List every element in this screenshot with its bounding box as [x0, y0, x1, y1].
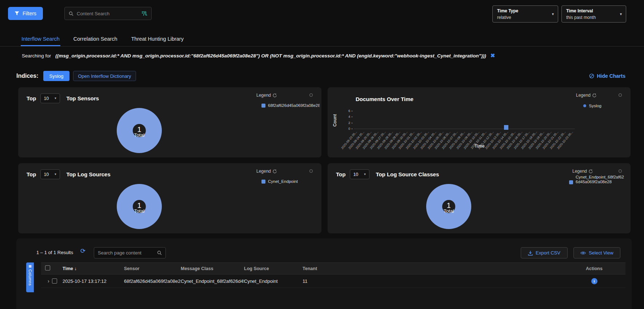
tab-interflow-search[interactable]: Interflow Search	[21, 34, 60, 46]
hide-charts-link[interactable]: Hide Charts	[589, 73, 625, 79]
top-label: Top	[336, 171, 345, 177]
column-header-log-source[interactable]: Log Source	[244, 266, 303, 271]
table-row[interactable]: › 2025-10-17 13:17:12 68f2af626d45a069f2…	[41, 274, 625, 288]
funnel-icon	[15, 11, 19, 16]
tab-threat-hunting-library[interactable]: Threat Hunting Library	[131, 34, 184, 46]
tab-bar: Interflow Search Correlation Search Thre…	[0, 34, 644, 47]
legend-item[interactable]: 68f2af626d45a069f2a08e28	[261, 103, 320, 108]
panel-radio-icon[interactable]	[619, 169, 622, 173]
columns-button[interactable]: ▦ Columns	[26, 262, 34, 292]
sort-desc-icon: ↓	[74, 266, 76, 271]
query-text: ((msg_origin.processor.id:* AND msg_orig…	[55, 53, 486, 59]
legend-swatch-icon	[261, 104, 265, 108]
chevron-down-icon: ▼	[363, 173, 366, 176]
page-search-box	[94, 247, 166, 258]
top-sensors-panel: Top 10 ▼ Top Sensors Legend 68f2af626d45…	[18, 87, 321, 157]
interflow-logo-icon[interactable]	[141, 11, 147, 16]
top-log-source-classes-panel: Top 10 ▼ Top Log Source Classes Legend C…	[328, 163, 631, 233]
column-header-tenant[interactable]: Tenant	[303, 266, 567, 271]
clear-query-icon[interactable]: ✖	[491, 52, 495, 59]
top-count-select[interactable]: 10 ▼	[350, 169, 369, 179]
column-header-message-class[interactable]: Message Class	[181, 266, 244, 271]
column-header-time[interactable]: Time ↓	[63, 266, 124, 271]
legend-item[interactable]: Cynet_Endpoint	[261, 179, 320, 184]
panel-title: Top Sensors	[66, 95, 99, 101]
y-tick: 2	[340, 121, 350, 125]
time-interval-label: Time Interval	[566, 8, 616, 13]
panel-title: Top Log Sources	[66, 171, 110, 177]
row-checkbox[interactable]	[52, 278, 57, 284]
info-icon[interactable]: i	[591, 278, 597, 284]
syslog-index-button[interactable]: Syslog	[43, 71, 69, 81]
column-header-actions: Actions	[567, 266, 625, 271]
y-axis-label: Count	[332, 112, 337, 128]
query-prefix: Searching for	[22, 53, 51, 59]
top-log-sources-panel: Top 10 ▼ Top Log Sources Legend Cynet_En…	[18, 163, 321, 233]
legend-header[interactable]: Legend	[256, 93, 277, 98]
search-icon	[69, 11, 73, 16]
legend-toggle-icon	[273, 169, 277, 173]
y-tick: 0	[340, 127, 350, 131]
panel-radio-icon[interactable]	[309, 93, 313, 97]
select-view-button[interactable]: Select View	[573, 247, 620, 258]
cell-time: 2025-10-17 13:17:12	[63, 278, 124, 284]
donut-total-label: Total	[134, 132, 145, 138]
legend-item[interactable]: Cynet_Endpoint_68f2af626d45a069f2a08e28	[569, 175, 628, 184]
chevron-down-icon: ▼	[619, 12, 623, 16]
legend-header[interactable]: Legend	[572, 169, 593, 174]
top-count-select[interactable]: 10 ▼	[40, 93, 60, 103]
row-expander-icon[interactable]: ›	[48, 278, 49, 284]
hide-charts-icon	[589, 73, 594, 79]
chevron-down-icon: ▼	[54, 173, 57, 176]
x-axis-line	[354, 129, 575, 129]
open-interflow-dictionary-button[interactable]: Open Interflow Dictionary	[73, 71, 136, 81]
donut-chart[interactable]: 1 Total	[117, 108, 162, 153]
donut-chart[interactable]: 1 Total	[426, 184, 471, 229]
panel-title: Top Log Source Classes	[376, 171, 439, 177]
cell-message-class: Cynet_Endpoint_68f2af626d45a069f2a08e28	[181, 278, 244, 284]
top-label: Top	[27, 95, 36, 101]
column-header-sensor[interactable]: Sensor	[124, 266, 181, 271]
top-count-select[interactable]: 10 ▼	[40, 169, 60, 179]
legend-header[interactable]: Legend	[256, 169, 277, 174]
chevron-down-icon: ▼	[54, 97, 57, 100]
table-header-row: Time ↓ Sensor Message Class Log Source T…	[41, 262, 625, 274]
top-label: Top	[27, 171, 36, 177]
documents-chart: Count 6 4 2 0 2025-09-23 05...2025-09-24…	[328, 87, 631, 157]
cell-tenant: 11	[303, 278, 567, 284]
indices-label: Indices:	[16, 73, 38, 79]
time-interval-value: this past month	[566, 15, 616, 20]
legend-toggle-icon	[273, 93, 277, 97]
panel-radio-icon[interactable]	[309, 169, 313, 173]
results-count: 1 – 1 of 1 Results	[36, 250, 73, 255]
export-csv-button[interactable]: Export CSV	[521, 247, 568, 258]
time-type-value: relative	[497, 15, 548, 20]
results-panel: 1 – 1 of 1 Results ⟳ Export CSV Select V…	[16, 238, 632, 309]
eye-icon	[580, 251, 586, 255]
cell-log-source: Cynet_Endpoint	[244, 278, 303, 284]
filters-button[interactable]: Filters	[8, 7, 43, 20]
donut-chart[interactable]: 1 Total	[117, 184, 162, 229]
select-all-checkbox[interactable]	[45, 265, 50, 270]
legend-toggle-icon	[589, 169, 593, 173]
search-icon	[157, 250, 162, 255]
time-interval-select[interactable]: Time Interval this past month ▼	[561, 5, 626, 23]
page-search-input[interactable]	[98, 250, 154, 256]
cell-sensor: 68f2af626d45a069f2a08e28	[124, 278, 181, 284]
download-icon	[528, 250, 533, 256]
refresh-icon[interactable]: ⟳	[80, 248, 85, 254]
time-type-label: Time Type	[497, 8, 548, 13]
indices-bar: Indices: Syslog Open Interflow Dictionar…	[16, 71, 625, 81]
grid-icon: ▦	[28, 265, 32, 268]
documents-over-time-panel: Documents Over Time Legend Syslog Count …	[328, 87, 631, 157]
interflow-search-app: Filters Time Type relative ▼ Time Interv…	[0, 0, 644, 309]
doc-bar[interactable]	[504, 125, 508, 130]
time-type-select[interactable]: Time Type relative ▼	[492, 5, 558, 23]
y-tick: 6	[340, 109, 350, 113]
content-search-box	[64, 7, 152, 20]
tab-correlation-search[interactable]: Correlation Search	[73, 34, 118, 46]
x-axis-title: Time	[475, 144, 485, 149]
y-tick: 4	[340, 115, 350, 119]
content-search-input[interactable]	[77, 11, 138, 16]
donut-total-label: Total	[134, 208, 145, 214]
